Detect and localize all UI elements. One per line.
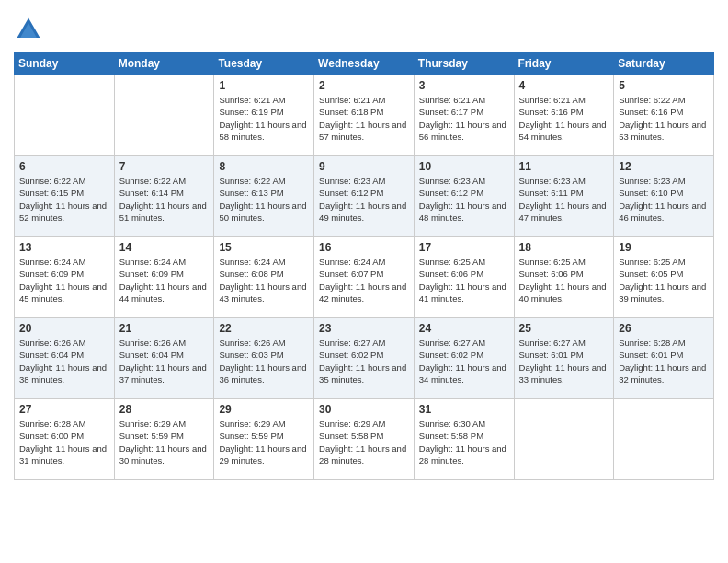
day-info: Sunrise: 6:25 AM Sunset: 6:05 PM Dayligh… — [619, 256, 709, 304]
day-number: 22 — [219, 322, 309, 335]
day-info: Sunrise: 6:24 AM Sunset: 6:07 PM Dayligh… — [319, 256, 409, 304]
weekday-header-friday: Friday — [514, 52, 614, 75]
calendar-week-row: 13Sunrise: 6:24 AM Sunset: 6:09 PM Dayli… — [15, 237, 714, 318]
calendar-cell: 12Sunrise: 6:23 AM Sunset: 6:10 PM Dayli… — [614, 156, 714, 237]
day-number: 3 — [419, 79, 509, 92]
calendar-cell: 24Sunrise: 6:27 AM Sunset: 6:02 PM Dayli… — [414, 318, 514, 399]
day-info: Sunrise: 6:27 AM Sunset: 6:02 PM Dayligh… — [319, 337, 409, 385]
weekday-header-saturday: Saturday — [614, 52, 714, 75]
day-info: Sunrise: 6:25 AM Sunset: 6:06 PM Dayligh… — [519, 256, 609, 304]
day-info: Sunrise: 6:28 AM Sunset: 6:00 PM Dayligh… — [19, 418, 109, 466]
day-info: Sunrise: 6:26 AM Sunset: 6:04 PM Dayligh… — [119, 337, 210, 385]
day-number: 25 — [519, 322, 609, 335]
day-number: 29 — [219, 403, 309, 416]
day-number: 5 — [619, 79, 709, 92]
day-info: Sunrise: 6:21 AM Sunset: 6:19 PM Dayligh… — [219, 94, 309, 143]
weekday-header-monday: Monday — [114, 52, 214, 75]
calendar-cell — [114, 75, 214, 156]
calendar-cell: 18Sunrise: 6:25 AM Sunset: 6:06 PM Dayli… — [514, 237, 614, 318]
weekday-header-wednesday: Wednesday — [314, 52, 415, 75]
day-number: 12 — [619, 160, 709, 173]
calendar-cell: 27Sunrise: 6:28 AM Sunset: 6:00 PM Dayli… — [15, 399, 115, 480]
day-info: Sunrise: 6:29 AM Sunset: 5:58 PM Dayligh… — [319, 418, 409, 466]
day-info: Sunrise: 6:22 AM Sunset: 6:16 PM Dayligh… — [619, 94, 709, 143]
calendar-week-row: 6Sunrise: 6:22 AM Sunset: 6:15 PM Daylig… — [15, 156, 714, 237]
calendar-cell: 14Sunrise: 6:24 AM Sunset: 6:09 PM Dayli… — [114, 237, 214, 318]
calendar-cell: 26Sunrise: 6:28 AM Sunset: 6:01 PM Dayli… — [614, 318, 714, 399]
day-number: 13 — [19, 241, 109, 254]
day-number: 14 — [119, 241, 210, 254]
calendar-cell: 7Sunrise: 6:22 AM Sunset: 6:14 PM Daylig… — [114, 156, 214, 237]
day-info: Sunrise: 6:22 AM Sunset: 6:15 PM Dayligh… — [19, 175, 109, 224]
day-info: Sunrise: 6:23 AM Sunset: 6:12 PM Dayligh… — [319, 175, 409, 224]
calendar-cell: 15Sunrise: 6:24 AM Sunset: 6:08 PM Dayli… — [214, 237, 314, 318]
day-info: Sunrise: 6:23 AM Sunset: 6:12 PM Dayligh… — [419, 175, 509, 224]
calendar-cell: 21Sunrise: 6:26 AM Sunset: 6:04 PM Dayli… — [114, 318, 214, 399]
calendar-cell: 2Sunrise: 6:21 AM Sunset: 6:18 PM Daylig… — [314, 75, 415, 156]
calendar-cell: 23Sunrise: 6:27 AM Sunset: 6:02 PM Dayli… — [314, 318, 415, 399]
day-info: Sunrise: 6:21 AM Sunset: 6:16 PM Dayligh… — [519, 94, 609, 143]
calendar-cell — [614, 399, 714, 480]
calendar-cell: 1Sunrise: 6:21 AM Sunset: 6:19 PM Daylig… — [214, 75, 314, 156]
page: SundayMondayTuesdayWednesdayThursdayFrid… — [0, 0, 728, 563]
day-number: 8 — [219, 160, 309, 173]
day-number: 9 — [319, 160, 409, 173]
day-number: 31 — [419, 403, 509, 416]
calendar-cell: 10Sunrise: 6:23 AM Sunset: 6:12 PM Dayli… — [414, 156, 514, 237]
calendar-week-row: 20Sunrise: 6:26 AM Sunset: 6:04 PM Dayli… — [15, 318, 714, 399]
calendar-cell: 28Sunrise: 6:29 AM Sunset: 5:59 PM Dayli… — [114, 399, 214, 480]
day-number: 7 — [119, 160, 210, 173]
day-number: 16 — [319, 241, 409, 254]
day-number: 6 — [19, 160, 109, 173]
day-info: Sunrise: 6:23 AM Sunset: 6:11 PM Dayligh… — [519, 175, 609, 224]
day-info: Sunrise: 6:29 AM Sunset: 5:59 PM Dayligh… — [119, 418, 210, 466]
day-info: Sunrise: 6:22 AM Sunset: 6:14 PM Dayligh… — [119, 175, 210, 224]
day-number: 30 — [319, 403, 409, 416]
day-info: Sunrise: 6:24 AM Sunset: 6:08 PM Dayligh… — [219, 256, 309, 304]
day-info: Sunrise: 6:28 AM Sunset: 6:01 PM Dayligh… — [619, 337, 709, 385]
day-info: Sunrise: 6:27 AM Sunset: 6:01 PM Dayligh… — [519, 337, 609, 385]
day-number: 27 — [19, 403, 109, 416]
day-number: 23 — [319, 322, 409, 335]
calendar-cell: 22Sunrise: 6:26 AM Sunset: 6:03 PM Dayli… — [214, 318, 314, 399]
calendar-cell: 16Sunrise: 6:24 AM Sunset: 6:07 PM Dayli… — [314, 237, 415, 318]
day-number: 18 — [519, 241, 609, 254]
weekday-header-row: SundayMondayTuesdayWednesdayThursdayFrid… — [15, 52, 714, 75]
calendar-cell — [15, 75, 115, 156]
day-info: Sunrise: 6:23 AM Sunset: 6:10 PM Dayligh… — [619, 175, 709, 224]
day-info: Sunrise: 6:21 AM Sunset: 6:17 PM Dayligh… — [419, 94, 509, 143]
logo — [14, 15, 47, 44]
day-number: 15 — [219, 241, 309, 254]
day-number: 10 — [419, 160, 509, 173]
day-number: 26 — [619, 322, 709, 335]
day-number: 20 — [19, 322, 109, 335]
day-number: 17 — [419, 241, 509, 254]
calendar-cell — [514, 399, 614, 480]
day-number: 2 — [319, 79, 409, 92]
day-info: Sunrise: 6:26 AM Sunset: 6:04 PM Dayligh… — [19, 337, 109, 385]
calendar-cell: 13Sunrise: 6:24 AM Sunset: 6:09 PM Dayli… — [15, 237, 115, 318]
calendar-cell: 5Sunrise: 6:22 AM Sunset: 6:16 PM Daylig… — [614, 75, 714, 156]
weekday-header-sunday: Sunday — [15, 52, 115, 75]
day-info: Sunrise: 6:27 AM Sunset: 6:02 PM Dayligh… — [419, 337, 509, 385]
day-number: 19 — [619, 241, 709, 254]
calendar-week-row: 27Sunrise: 6:28 AM Sunset: 6:00 PM Dayli… — [15, 399, 714, 480]
calendar-body: 1Sunrise: 6:21 AM Sunset: 6:19 PM Daylig… — [15, 75, 714, 480]
day-number: 24 — [419, 322, 509, 335]
day-info: Sunrise: 6:29 AM Sunset: 5:59 PM Dayligh… — [219, 418, 309, 466]
calendar-cell: 19Sunrise: 6:25 AM Sunset: 6:05 PM Dayli… — [614, 237, 714, 318]
calendar-cell: 6Sunrise: 6:22 AM Sunset: 6:15 PM Daylig… — [15, 156, 115, 237]
calendar-cell: 11Sunrise: 6:23 AM Sunset: 6:11 PM Dayli… — [514, 156, 614, 237]
day-info: Sunrise: 6:24 AM Sunset: 6:09 PM Dayligh… — [19, 256, 109, 304]
day-info: Sunrise: 6:21 AM Sunset: 6:18 PM Dayligh… — [319, 94, 409, 143]
weekday-header-thursday: Thursday — [414, 52, 514, 75]
calendar-cell: 29Sunrise: 6:29 AM Sunset: 5:59 PM Dayli… — [214, 399, 314, 480]
weekday-header-tuesday: Tuesday — [214, 52, 314, 75]
calendar-cell: 31Sunrise: 6:30 AM Sunset: 5:58 PM Dayli… — [414, 399, 514, 480]
calendar-cell: 4Sunrise: 6:21 AM Sunset: 6:16 PM Daylig… — [514, 75, 614, 156]
calendar-cell: 8Sunrise: 6:22 AM Sunset: 6:13 PM Daylig… — [214, 156, 314, 237]
day-number: 11 — [519, 160, 609, 173]
day-info: Sunrise: 6:25 AM Sunset: 6:06 PM Dayligh… — [419, 256, 509, 304]
calendar-cell: 20Sunrise: 6:26 AM Sunset: 6:04 PM Dayli… — [15, 318, 115, 399]
day-number: 1 — [219, 79, 309, 92]
